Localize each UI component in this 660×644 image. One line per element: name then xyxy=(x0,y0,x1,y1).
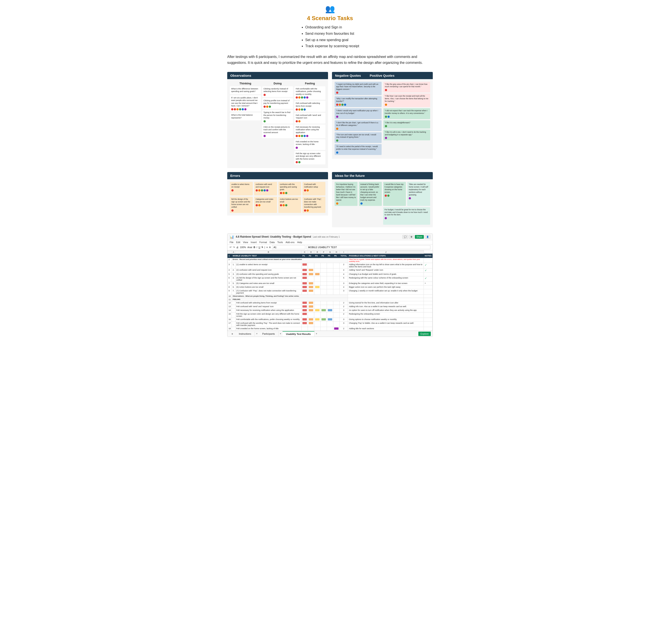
italic-btn[interactable]: I xyxy=(256,246,257,249)
notes-cell xyxy=(424,258,432,263)
menu-format[interactable]: Format xyxy=(259,241,267,244)
zoom-control[interactable]: 100% xyxy=(240,246,246,249)
solution-cell: An option for users to turn off notifica… xyxy=(348,308,424,312)
p3-bar xyxy=(314,308,321,312)
menu-edit[interactable]: Edit xyxy=(236,241,240,244)
table-row: 4 2. (2) confusion with send and request… xyxy=(228,268,433,272)
total-cell: 2 xyxy=(340,327,348,330)
p1-bar xyxy=(301,263,308,268)
error-desc: (1) unable to select items on receipt xyxy=(235,263,301,268)
sheet-filename: 4.6 Rainbow Spread Sheet: Usability Test… xyxy=(236,235,311,238)
doing-col: Doing Clicking randomly instead of selec… xyxy=(262,82,293,166)
menu-data[interactable]: Data xyxy=(270,241,275,244)
table-row: 17 Felt confused with the wording 'Pay'.… xyxy=(228,321,433,327)
solutions-note xyxy=(348,295,424,298)
undo-icon[interactable]: ↩ xyxy=(230,246,232,249)
notes-cell xyxy=(424,321,432,327)
p6-bar xyxy=(333,308,340,312)
menu-tools[interactable]: Tools xyxy=(277,241,283,244)
total-cell: 4 xyxy=(340,272,348,276)
col-header-a: A xyxy=(232,250,235,254)
p2-bar xyxy=(308,281,314,285)
p2-bar xyxy=(308,276,314,281)
notes-cell xyxy=(424,327,432,330)
settings-button[interactable]: ⚙ xyxy=(409,235,414,239)
row-num: 9 xyxy=(228,289,232,295)
add-sheet-button[interactable]: + xyxy=(229,331,235,337)
p6-bar xyxy=(333,301,340,305)
print-icon[interactable]: 🖨 xyxy=(236,246,238,249)
quote-card: "I like the grey area of the pie chart, … xyxy=(383,82,430,93)
menu-help[interactable]: Help xyxy=(297,241,302,244)
align-left-icon[interactable]: ≡ xyxy=(266,246,268,249)
comments-button[interactable]: 💬 xyxy=(402,235,408,239)
quote-card: "Why I can modify the transaction after … xyxy=(335,96,382,107)
p4-bar xyxy=(321,321,327,327)
font-name[interactable]: Arial xyxy=(247,246,252,249)
page-title: 4 Scenario Tasks xyxy=(227,15,433,22)
bold-btn[interactable]: B xyxy=(253,246,255,249)
error-num xyxy=(232,312,235,318)
menu-file[interactable]: File xyxy=(230,241,233,244)
menu-insert[interactable]: Insert xyxy=(251,241,257,244)
tab-instructions[interactable]: Instructions xyxy=(235,331,255,336)
col-header-e: E xyxy=(314,250,321,254)
separator: | xyxy=(265,246,265,249)
observations-body: Thinking What is the difference between … xyxy=(227,79,328,168)
task-bullet: Send money from favourites list xyxy=(305,30,359,37)
p5-bar xyxy=(327,276,333,281)
col-p3: P3 xyxy=(314,254,321,258)
col-header-h: H xyxy=(333,250,340,254)
tab-participants[interactable]: Participants xyxy=(259,331,278,336)
account-button[interactable]: 👤 xyxy=(425,235,430,239)
cell-reference[interactable] xyxy=(272,245,305,249)
redo-icon[interactable]: ↪ xyxy=(233,246,235,249)
fill-color-icon[interactable]: A xyxy=(269,246,271,249)
p6-bar xyxy=(333,281,340,285)
col-mobile-test: MOBILE USABILITY TEST xyxy=(232,254,301,258)
tab-separator2: ▼ xyxy=(279,332,282,335)
solution-cell: Adding title for each sections xyxy=(348,327,424,330)
p3-bar xyxy=(314,268,321,272)
total-cell: 2 xyxy=(340,312,348,318)
p4-bar xyxy=(321,301,327,305)
task-bullet: Onboarding and Sign in xyxy=(305,24,359,30)
p4-bar xyxy=(321,263,327,268)
section-row: 2 Errors - Record and prioritize most cr… xyxy=(228,258,433,263)
total-cell: 5 xyxy=(340,276,348,281)
errors-panel: Errors unable to select items on receipt… xyxy=(227,172,328,227)
p1-bar xyxy=(301,272,308,276)
strikethrough-btn[interactable]: S̶ xyxy=(261,246,263,249)
table-row: 3 1. (1) unable to select items on recei… xyxy=(228,263,433,268)
p4-bar xyxy=(321,276,327,281)
errors-header: Errors xyxy=(227,172,328,179)
underline-btn[interactable]: U xyxy=(258,246,260,249)
errors-grid: unable to select items on receipt confus… xyxy=(230,182,325,213)
formula-bar[interactable] xyxy=(306,245,430,249)
p3-bar xyxy=(314,305,321,308)
col-solutions: POSSIBLE SOLUTIONS & NEXT STEPS xyxy=(348,254,424,258)
error-card: Categories and notes area are too small xyxy=(254,197,277,213)
share-button[interactable]: Share xyxy=(415,235,424,239)
col-p1: P1 xyxy=(301,254,308,258)
menu-addons[interactable]: Add-ons xyxy=(286,241,295,244)
error-desc: Felt necessary for receiving notificatio… xyxy=(235,308,301,312)
row-num: 5 xyxy=(228,272,232,276)
tab-usability-test-results[interactable]: Usability Test Results xyxy=(282,331,315,337)
quotes-panel: Negative Quotes Positive Quotes "I regre… xyxy=(332,72,433,168)
p1-bar xyxy=(301,301,308,305)
obs-columns: Thinking What is the difference between … xyxy=(230,82,325,166)
menu-view[interactable]: View xyxy=(243,241,248,244)
col-p2: P2 xyxy=(308,254,314,258)
ideas-panel: Ideas for the future For impulsive buyin… xyxy=(332,172,433,227)
idea-card: I would like to have top 5 expense categ… xyxy=(383,182,406,206)
row-num: 2 xyxy=(228,258,232,263)
explore-button[interactable]: Explore xyxy=(418,331,431,336)
quote-card: "I think I would only want notification … xyxy=(335,108,382,119)
notes-cell xyxy=(424,301,432,305)
col-header-d: D xyxy=(308,250,314,254)
error-card: confusion with the spending and saving g… xyxy=(278,182,301,196)
row-num: 17 xyxy=(228,321,232,327)
col-notes: NOTES xyxy=(424,254,432,258)
table-row: 9 7. (7) Confusion with "Pay", does not … xyxy=(228,289,433,295)
